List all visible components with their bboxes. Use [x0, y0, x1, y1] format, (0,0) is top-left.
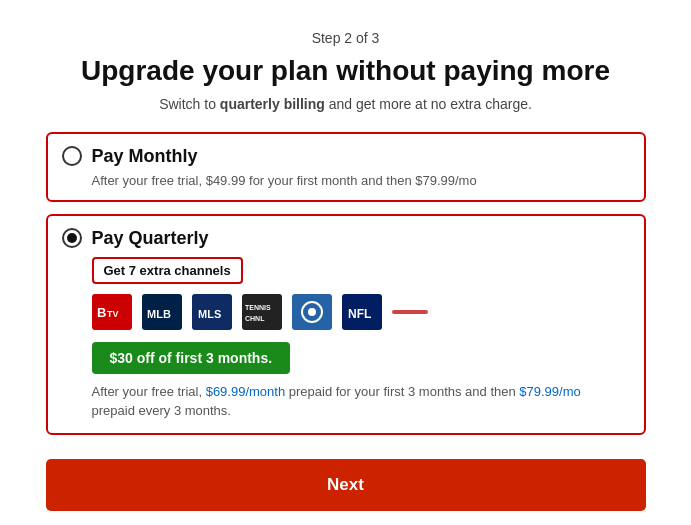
svg-text:TV: TV	[107, 309, 119, 319]
svg-point-12	[308, 308, 316, 316]
quarterly-renewal-link: $79.99/mo	[519, 384, 580, 399]
quarterly-desc: After your free trial, $69.99/month prep…	[92, 382, 630, 421]
radio-quarterly-dot	[67, 233, 77, 243]
svg-text:NFL: NFL	[348, 307, 371, 321]
subheadline: Switch to quarterly billing and get more…	[46, 96, 646, 112]
channel-logo-nfl: NFL	[342, 294, 382, 330]
promo-badge: $30 off of first 3 months.	[92, 342, 291, 374]
channel-logo-mlb: MLB	[142, 294, 182, 330]
quarterly-price-link: $69.99/month	[206, 384, 286, 399]
channel-logo-cbs	[292, 294, 332, 330]
svg-text:CHNL: CHNL	[245, 315, 265, 322]
channel-logos-row: B TV MLB MLS	[92, 294, 630, 330]
svg-text:TENNIS: TENNIS	[245, 304, 271, 311]
svg-rect-7	[243, 295, 281, 329]
option-monthly-desc: After your free trial, $49.99 for your f…	[92, 173, 630, 188]
channel-logo-line	[392, 310, 428, 314]
svg-text:MLB: MLB	[147, 308, 171, 320]
option-monthly[interactable]: Pay Monthly After your free trial, $49.9…	[46, 132, 646, 202]
page-container: Step 2 of 3 Upgrade your plan without pa…	[26, 20, 666, 525]
option-quarterly-title: Pay Quarterly	[92, 228, 209, 249]
page-title: Upgrade your plan without paying more	[46, 54, 646, 88]
channel-logo-tennis: TENNIS CHNL	[242, 294, 282, 330]
channel-logo-bally: B TV	[92, 294, 132, 330]
next-button[interactable]: Next	[46, 459, 646, 511]
extra-channels-badge: Get 7 extra channels	[92, 257, 243, 284]
radio-monthly[interactable]	[62, 146, 82, 166]
svg-text:MLS: MLS	[198, 308, 221, 320]
channel-logo-mls: MLS	[192, 294, 232, 330]
step-indicator: Step 2 of 3	[46, 30, 646, 46]
option-monthly-title: Pay Monthly	[92, 146, 198, 167]
radio-quarterly[interactable]	[62, 228, 82, 248]
svg-text:B: B	[97, 305, 106, 320]
option-quarterly[interactable]: Pay Quarterly Get 7 extra channels B TV …	[46, 214, 646, 435]
